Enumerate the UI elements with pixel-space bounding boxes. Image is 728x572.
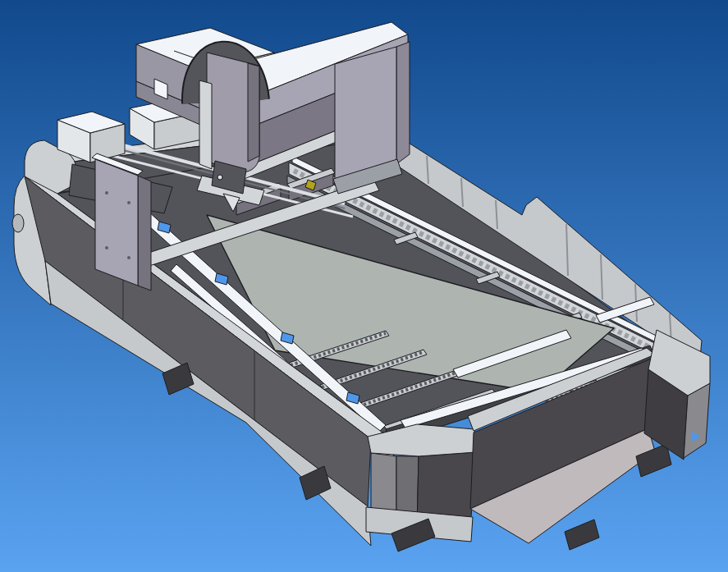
z-carriage-side	[248, 63, 259, 162]
cad-model-canvas[interactable]	[0, 0, 728, 572]
plate-screw	[127, 201, 130, 204]
cad-viewport[interactable]	[0, 0, 728, 572]
left-tower-plate	[95, 159, 138, 286]
right-tower	[333, 42, 410, 194]
z-carriage	[199, 53, 259, 172]
z-carriage-plate	[199, 80, 212, 169]
plate-screw	[105, 246, 108, 249]
plate-screw	[127, 256, 130, 259]
front-corner-post	[366, 424, 476, 551]
head-detail	[217, 175, 222, 180]
plate-screw	[105, 191, 108, 194]
left-end-stub	[12, 214, 24, 232]
